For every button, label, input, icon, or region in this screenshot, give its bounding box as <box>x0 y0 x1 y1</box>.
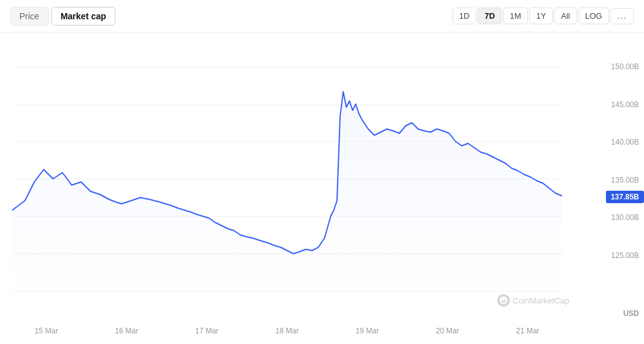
x-label-19mar: 19 Mar <box>356 327 379 335</box>
chart-svg <box>0 32 574 319</box>
chart-area: 150.00B 145.00B 140.00B 135.00B 130.00B … <box>0 32 644 344</box>
current-price-badge: 137.85B <box>606 191 644 203</box>
y-label-145: 145.00B <box>575 100 644 109</box>
x-label-16mar: 16 Mar <box>115 327 138 335</box>
time-1m[interactable]: 1M <box>503 7 528 24</box>
time-more[interactable]: ... <box>610 8 634 24</box>
coinmarketcap-icon: M <box>497 294 510 307</box>
tab-price[interactable]: Price <box>10 7 49 26</box>
tab-group: Price Market cap <box>10 7 115 26</box>
tab-market-cap[interactable]: Market cap <box>51 7 115 26</box>
y-axis: 150.00B 145.00B 140.00B 135.00B 130.00B … <box>575 32 644 294</box>
watermark: M CoinMarketCap <box>497 294 569 307</box>
usd-label: USD <box>623 309 639 318</box>
time-group: 1D 7D 1M 1Y All LOG ... <box>452 7 634 24</box>
toolbar: Price Market cap 1D 7D 1M 1Y All LOG ... <box>0 0 644 32</box>
time-all[interactable]: All <box>554 7 577 24</box>
x-label-18mar: 18 Mar <box>275 327 298 335</box>
x-axis: 15 Mar 16 Mar 17 Mar 18 Mar 19 Mar 20 Ma… <box>0 318 574 344</box>
y-label-140: 140.00B <box>575 138 644 146</box>
y-label-130: 130.00B <box>575 213 644 222</box>
y-label-150: 150.00B <box>575 62 644 71</box>
watermark-text: CoinMarketCap <box>513 296 569 305</box>
y-label-135: 135.00B <box>575 176 644 184</box>
time-1d[interactable]: 1D <box>452 7 477 24</box>
time-log[interactable]: LOG <box>578 7 609 24</box>
x-label-20mar: 20 Mar <box>436 327 459 335</box>
y-label-125: 125.00B <box>575 251 644 260</box>
time-7d[interactable]: 7D <box>477 7 502 24</box>
x-label-21mar: 21 Mar <box>516 327 539 335</box>
svg-text:M: M <box>501 299 505 304</box>
x-label-15mar: 15 Mar <box>35 327 58 335</box>
time-1y[interactable]: 1Y <box>529 7 553 24</box>
x-label-17mar: 17 Mar <box>195 327 218 335</box>
